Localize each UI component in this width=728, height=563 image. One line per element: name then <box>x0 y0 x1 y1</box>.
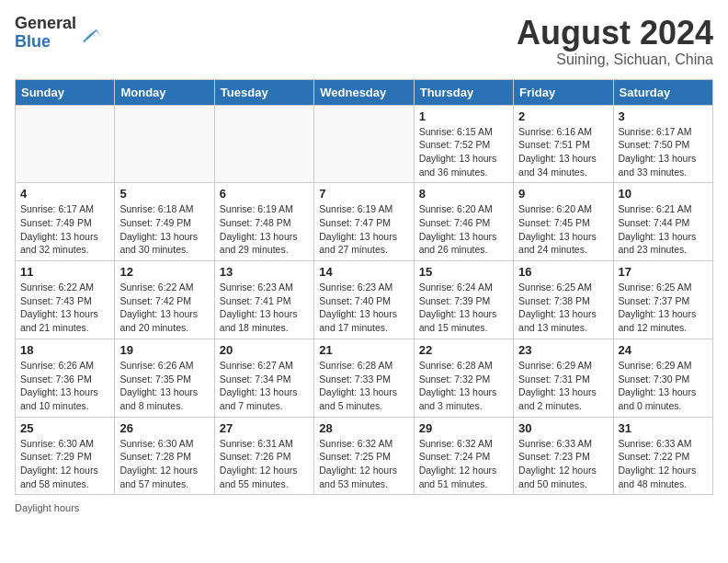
day-number: 17 <box>619 265 708 279</box>
calendar-cell: 10Sunrise: 6:21 AM Sunset: 7:44 PM Dayli… <box>613 183 712 261</box>
calendar-cell: 23Sunrise: 6:29 AM Sunset: 7:31 PM Dayli… <box>514 339 613 417</box>
day-info: Sunrise: 6:20 AM Sunset: 7:46 PM Dayligh… <box>419 202 508 257</box>
calendar-week-4: 18Sunrise: 6:26 AM Sunset: 7:36 PM Dayli… <box>16 339 713 417</box>
calendar-week-1: 1Sunrise: 6:15 AM Sunset: 7:52 PM Daylig… <box>16 105 713 183</box>
logo-general: General <box>15 15 76 33</box>
day-info: Sunrise: 6:18 AM Sunset: 7:49 PM Dayligh… <box>119 202 209 257</box>
calendar-weekday-saturday: Saturday <box>613 79 712 105</box>
day-number: 26 <box>119 421 209 435</box>
calendar-weekday-sunday: Sunday <box>16 79 115 105</box>
month-year: August 2024 <box>517 15 713 52</box>
day-number: 10 <box>619 187 708 201</box>
day-number: 11 <box>20 265 109 279</box>
calendar-cell: 13Sunrise: 6:23 AM Sunset: 7:41 PM Dayli… <box>214 261 313 339</box>
day-info: Sunrise: 6:27 AM Sunset: 7:34 PM Dayligh… <box>220 359 309 413</box>
calendar-cell: 24Sunrise: 6:29 AM Sunset: 7:30 PM Dayli… <box>613 339 712 417</box>
day-info: Sunrise: 6:33 AM Sunset: 7:22 PM Dayligh… <box>619 437 708 491</box>
logo-blue: Blue <box>15 33 76 52</box>
calendar-cell <box>314 105 414 183</box>
day-number: 23 <box>518 343 608 357</box>
day-info: Sunrise: 6:29 AM Sunset: 7:30 PM Dayligh… <box>619 359 708 413</box>
day-info: Sunrise: 6:26 AM Sunset: 7:35 PM Dayligh… <box>119 359 209 413</box>
day-info: Sunrise: 6:32 AM Sunset: 7:25 PM Dayligh… <box>319 437 408 491</box>
day-info: Sunrise: 6:30 AM Sunset: 7:28 PM Dayligh… <box>119 437 209 491</box>
day-number: 1 <box>419 109 508 123</box>
day-info: Sunrise: 6:31 AM Sunset: 7:26 PM Dayligh… <box>220 437 309 491</box>
calendar-cell: 27Sunrise: 6:31 AM Sunset: 7:26 PM Dayli… <box>214 417 313 495</box>
calendar-weekday-monday: Monday <box>115 79 214 105</box>
calendar-cell: 9Sunrise: 6:20 AM Sunset: 7:45 PM Daylig… <box>514 183 613 261</box>
calendar-cell: 29Sunrise: 6:32 AM Sunset: 7:24 PM Dayli… <box>414 417 513 495</box>
calendar-cell: 21Sunrise: 6:28 AM Sunset: 7:33 PM Dayli… <box>314 339 414 417</box>
day-info: Sunrise: 6:22 AM Sunset: 7:42 PM Dayligh… <box>119 281 209 335</box>
calendar-cell: 31Sunrise: 6:33 AM Sunset: 7:22 PM Dayli… <box>613 417 712 495</box>
calendar-cell: 15Sunrise: 6:24 AM Sunset: 7:39 PM Dayli… <box>414 261 513 339</box>
day-number: 30 <box>518 421 608 435</box>
calendar-cell: 2Sunrise: 6:16 AM Sunset: 7:51 PM Daylig… <box>514 105 613 183</box>
calendar-cell: 3Sunrise: 6:17 AM Sunset: 7:50 PM Daylig… <box>613 105 712 183</box>
day-number: 3 <box>619 109 708 123</box>
calendar-cell: 12Sunrise: 6:22 AM Sunset: 7:42 PM Dayli… <box>115 261 214 339</box>
calendar-cell: 22Sunrise: 6:28 AM Sunset: 7:32 PM Dayli… <box>414 339 513 417</box>
day-info: Sunrise: 6:28 AM Sunset: 7:32 PM Dayligh… <box>419 359 508 413</box>
calendar-cell: 4Sunrise: 6:17 AM Sunset: 7:49 PM Daylig… <box>16 183 115 261</box>
calendar-cell: 16Sunrise: 6:25 AM Sunset: 7:38 PM Dayli… <box>514 261 613 339</box>
calendar-header-row: SundayMondayTuesdayWednesdayThursdayFrid… <box>16 79 713 105</box>
logo-icon <box>80 22 102 44</box>
day-info: Sunrise: 6:28 AM Sunset: 7:33 PM Dayligh… <box>319 359 408 413</box>
calendar-cell: 14Sunrise: 6:23 AM Sunset: 7:40 PM Dayli… <box>314 261 414 339</box>
logo: General Blue <box>15 15 102 52</box>
day-info: Sunrise: 6:23 AM Sunset: 7:40 PM Dayligh… <box>319 281 408 335</box>
day-info: Sunrise: 6:26 AM Sunset: 7:36 PM Dayligh… <box>20 359 109 413</box>
calendar-cell <box>16 105 115 183</box>
day-info: Sunrise: 6:22 AM Sunset: 7:43 PM Dayligh… <box>20 281 109 335</box>
calendar-cell: 7Sunrise: 6:19 AM Sunset: 7:47 PM Daylig… <box>314 183 414 261</box>
day-number: 6 <box>220 187 309 201</box>
day-number: 16 <box>518 265 608 279</box>
day-number: 13 <box>220 265 309 279</box>
day-number: 18 <box>20 343 109 357</box>
day-info: Sunrise: 6:33 AM Sunset: 7:23 PM Dayligh… <box>518 437 608 491</box>
calendar-cell: 1Sunrise: 6:15 AM Sunset: 7:52 PM Daylig… <box>414 105 513 183</box>
calendar-cell <box>115 105 214 183</box>
day-info: Sunrise: 6:20 AM Sunset: 7:45 PM Dayligh… <box>518 202 608 257</box>
day-number: 21 <box>319 343 408 357</box>
day-number: 31 <box>619 421 708 435</box>
footer-note: Daylight hours <box>15 502 713 513</box>
day-info: Sunrise: 6:23 AM Sunset: 7:41 PM Dayligh… <box>220 281 309 335</box>
calendar-cell: 18Sunrise: 6:26 AM Sunset: 7:36 PM Dayli… <box>16 339 115 417</box>
calendar-cell: 26Sunrise: 6:30 AM Sunset: 7:28 PM Dayli… <box>115 417 214 495</box>
day-info: Sunrise: 6:21 AM Sunset: 7:44 PM Dayligh… <box>619 202 708 257</box>
day-number: 27 <box>220 421 309 435</box>
calendar-cell: 20Sunrise: 6:27 AM Sunset: 7:34 PM Dayli… <box>214 339 313 417</box>
day-info: Sunrise: 6:30 AM Sunset: 7:29 PM Dayligh… <box>20 437 109 491</box>
day-number: 29 <box>419 421 508 435</box>
day-number: 2 <box>518 109 608 123</box>
day-info: Sunrise: 6:32 AM Sunset: 7:24 PM Dayligh… <box>419 437 508 491</box>
calendar-week-2: 4Sunrise: 6:17 AM Sunset: 7:49 PM Daylig… <box>16 183 713 261</box>
day-number: 5 <box>119 187 209 201</box>
calendar-cell: 5Sunrise: 6:18 AM Sunset: 7:49 PM Daylig… <box>115 183 214 261</box>
day-info: Sunrise: 6:19 AM Sunset: 7:48 PM Dayligh… <box>220 202 309 257</box>
day-info: Sunrise: 6:29 AM Sunset: 7:31 PM Dayligh… <box>518 359 608 413</box>
calendar-cell: 8Sunrise: 6:20 AM Sunset: 7:46 PM Daylig… <box>414 183 513 261</box>
calendar-weekday-friday: Friday <box>514 79 613 105</box>
day-number: 9 <box>518 187 608 201</box>
calendar-cell: 28Sunrise: 6:32 AM Sunset: 7:25 PM Dayli… <box>314 417 414 495</box>
day-info: Sunrise: 6:19 AM Sunset: 7:47 PM Dayligh… <box>319 202 408 257</box>
day-info: Sunrise: 6:25 AM Sunset: 7:38 PM Dayligh… <box>518 281 608 335</box>
calendar-cell: 19Sunrise: 6:26 AM Sunset: 7:35 PM Dayli… <box>115 339 214 417</box>
calendar-cell: 17Sunrise: 6:25 AM Sunset: 7:37 PM Dayli… <box>613 261 712 339</box>
day-info: Sunrise: 6:24 AM Sunset: 7:39 PM Dayligh… <box>419 281 508 335</box>
calendar-cell: 11Sunrise: 6:22 AM Sunset: 7:43 PM Dayli… <box>16 261 115 339</box>
title-block: August 2024 Suining, Sichuan, China <box>517 15 713 68</box>
day-info: Sunrise: 6:17 AM Sunset: 7:49 PM Dayligh… <box>20 202 109 257</box>
day-number: 14 <box>319 265 408 279</box>
day-number: 15 <box>419 265 508 279</box>
day-number: 7 <box>319 187 408 201</box>
day-number: 24 <box>619 343 708 357</box>
calendar-cell: 25Sunrise: 6:30 AM Sunset: 7:29 PM Dayli… <box>16 417 115 495</box>
day-number: 12 <box>119 265 209 279</box>
day-number: 28 <box>319 421 408 435</box>
calendar-weekday-tuesday: Tuesday <box>214 79 313 105</box>
